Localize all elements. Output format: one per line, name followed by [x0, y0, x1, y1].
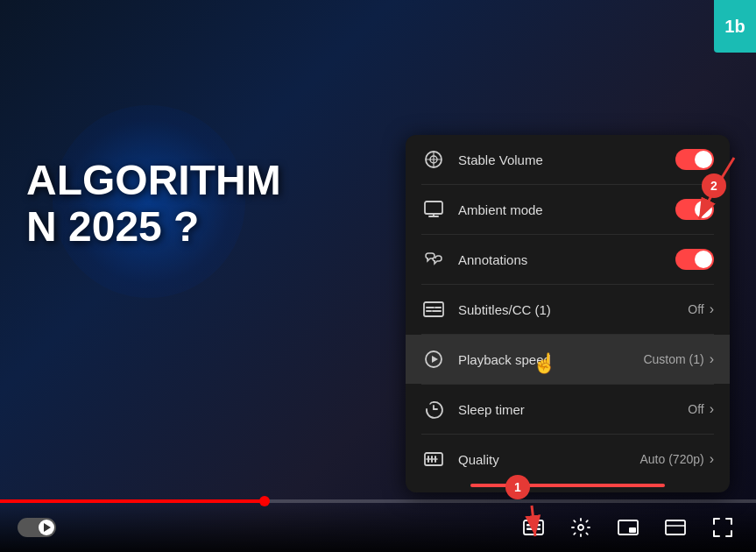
subtitles-icon	[421, 297, 446, 322]
settings-item-sleep-timer[interactable]: Sleep timerOff›	[406, 385, 730, 434]
svg-rect-25	[534, 524, 541, 527]
toggle-thumb-stable-volume	[695, 151, 712, 168]
theater-mode-button[interactable]	[660, 512, 691, 543]
sleep-timer-icon	[421, 397, 446, 421]
play-toggle-thumb	[39, 520, 54, 535]
svg-point-28	[578, 525, 583, 530]
settings-item-value-quality: Auto (720p)	[640, 452, 704, 466]
settings-item-quality[interactable]: QualityAuto (720p)›	[406, 435, 730, 484]
play-icon	[44, 523, 51, 532]
settings-item-label-subtitles: Subtitles/CC (1)	[458, 302, 688, 317]
settings-item-value-playback-speed: Custom (1)	[643, 352, 703, 366]
toggle-thumb-ambient-mode	[695, 201, 712, 218]
annotation-badge-2: 2	[702, 173, 726, 198]
captions-button[interactable]	[518, 512, 549, 543]
settings-item-annotations[interactable]: Annotations	[406, 235, 730, 284]
svg-marker-13	[432, 356, 438, 363]
settings-item-value-subtitles: Off	[688, 302, 703, 316]
play-toggle-track[interactable]	[18, 518, 56, 537]
settings-item-label-ambient-mode: Ambient mode	[458, 202, 675, 217]
quality-icon	[421, 447, 446, 471]
toggle-annotations[interactable]	[675, 249, 714, 270]
settings-item-label-sleep-timer: Sleep timer	[458, 402, 688, 417]
svg-rect-26	[526, 528, 535, 531]
toggle-ambient-mode[interactable]	[675, 199, 714, 220]
svg-rect-23	[524, 520, 543, 534]
settings-item-chevron-playback-speed: ›	[710, 351, 714, 367]
settings-item-playback-speed[interactable]: Playback speedCustom (1)›	[406, 335, 730, 384]
settings-item-label-annotations: Annotations	[458, 252, 675, 267]
settings-item-chevron-quality: ›	[710, 451, 714, 467]
settings-item-label-quality: Quality	[458, 452, 640, 467]
play-toggle-group[interactable]	[18, 518, 56, 537]
settings-popup: Stable VolumeAmbient modeAnnotationsSubt…	[406, 135, 730, 492]
settings-item-subtitles[interactable]: Subtitles/CC (1)Off›	[406, 285, 730, 334]
fullscreen-button[interactable]	[707, 512, 738, 543]
svg-rect-7	[424, 302, 443, 316]
svg-rect-31	[666, 520, 685, 534]
playback-speed-icon	[421, 347, 446, 372]
annotations-icon	[421, 247, 446, 272]
corner-badge: 1b	[714, 0, 756, 53]
toggle-thumb-annotations	[695, 251, 712, 268]
settings-button[interactable]	[565, 512, 597, 543]
video-title-text: ALGORITHM N 2025 ?	[26, 158, 281, 251]
svg-rect-24	[526, 524, 533, 527]
settings-item-chevron-subtitles: ›	[710, 301, 714, 317]
svg-rect-4	[425, 202, 442, 214]
settings-item-ambient-mode[interactable]: Ambient mode	[406, 185, 730, 234]
annotation-badge-1: 1	[505, 475, 530, 499]
svg-rect-27	[537, 528, 541, 531]
toggle-stable-volume[interactable]	[675, 149, 714, 170]
settings-item-label-playback-speed: Playback speed	[458, 352, 643, 367]
stable-volume-icon	[421, 147, 446, 172]
settings-item-value-sleep-timer: Off	[688, 402, 703, 416]
settings-item-chevron-sleep-timer: ›	[710, 401, 714, 417]
svg-rect-30	[629, 527, 636, 533]
miniplayer-button[interactable]	[612, 512, 644, 543]
ambient-mode-icon	[421, 197, 446, 222]
controls-bar: 1	[0, 503, 756, 552]
settings-item-stable-volume[interactable]: Stable Volume	[406, 135, 730, 184]
settings-item-label-stable-volume: Stable Volume	[458, 152, 675, 167]
scroll-indicator	[470, 484, 665, 487]
